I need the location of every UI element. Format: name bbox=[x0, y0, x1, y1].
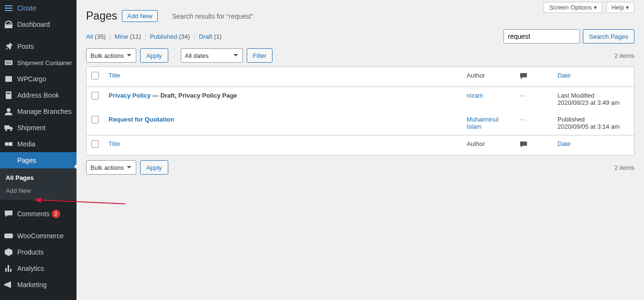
sidebar-item-posts[interactable]: Posts bbox=[0, 38, 76, 55]
woo-icon bbox=[4, 231, 13, 241]
comments-icon[interactable] bbox=[519, 140, 528, 149]
filter-draft[interactable]: Draft bbox=[199, 33, 212, 40]
date-value: 2020/09/05 at 3:14 am bbox=[557, 123, 620, 130]
sidebar-item-label: Shipment bbox=[17, 124, 45, 132]
page-title-link[interactable]: Privacy Policy bbox=[109, 92, 151, 99]
select-all-checkbox-top[interactable] bbox=[91, 72, 99, 79]
apply-button-top[interactable]: Apply bbox=[140, 48, 168, 63]
sidebar-item-analytics[interactable]: Analytics bbox=[0, 260, 76, 277]
svg-point-7 bbox=[5, 142, 9, 146]
media-icon bbox=[4, 139, 13, 149]
select-row-checkbox[interactable] bbox=[91, 116, 99, 123]
column-author: Author bbox=[467, 72, 485, 79]
sidebar-item-label: Closte bbox=[17, 4, 36, 12]
user-icon bbox=[4, 107, 13, 116]
svg-rect-0 bbox=[5, 60, 12, 65]
select-all-checkbox-bottom[interactable] bbox=[91, 140, 99, 148]
comments-count: — bbox=[519, 116, 525, 123]
sidebar-submenu-pages: All Pages Add New bbox=[0, 168, 76, 200]
dashboard-icon bbox=[4, 20, 13, 29]
sidebar-item-label: Pages bbox=[17, 156, 36, 164]
sidebar-item-label: Products bbox=[17, 248, 44, 256]
page-title: Pages bbox=[86, 10, 117, 22]
column-title[interactable]: Title bbox=[109, 140, 120, 147]
select-row-checkbox[interactable] bbox=[91, 92, 99, 100]
sidebar-item-label: WooCommerce bbox=[17, 232, 64, 240]
sidebar-item-closte[interactable]: Closte bbox=[0, 0, 76, 16]
svg-point-6 bbox=[10, 129, 12, 131]
sidebar-item-label: Manage Branches bbox=[17, 108, 72, 115]
sidebar-item-label: Analytics bbox=[17, 265, 44, 272]
sidebar-item-marketing[interactable]: Marketing bbox=[0, 277, 76, 293]
container-icon bbox=[4, 58, 13, 67]
admin-sidebar: Closte Dashboard Posts Shipment Containe… bbox=[0, 0, 76, 300]
comments-count: — bbox=[519, 92, 525, 99]
page-icon bbox=[4, 156, 13, 165]
sidebar-item-wpcargo[interactable]: WPCargo bbox=[0, 71, 76, 87]
sidebar-item-label: Dashboard bbox=[17, 21, 50, 28]
svg-rect-2 bbox=[6, 91, 11, 99]
apply-button-bottom[interactable]: Apply bbox=[140, 160, 168, 175]
sidebar-item-label: Posts bbox=[17, 43, 34, 50]
comment-icon bbox=[4, 209, 13, 219]
sidebar-item-media[interactable]: Media bbox=[0, 136, 76, 152]
column-date[interactable]: Date bbox=[557, 140, 570, 147]
chart-icon bbox=[4, 264, 13, 273]
svg-rect-3 bbox=[7, 93, 11, 94]
search-input[interactable] bbox=[503, 29, 580, 44]
help-button[interactable]: Help ▾ bbox=[606, 2, 634, 13]
sidebar-subitem-add-new[interactable]: Add New bbox=[0, 184, 76, 197]
sidebar-item-address-book[interactable]: Address Book bbox=[0, 87, 76, 103]
sidebar-item-manage-branches[interactable]: Manage Branches bbox=[0, 103, 76, 120]
sidebar-item-label: Comments bbox=[17, 210, 50, 218]
author-link[interactable]: Muhaiminul Islam bbox=[467, 116, 498, 130]
sidebar-item-label: Shipment Container bbox=[17, 59, 72, 67]
post-state: — Draft, Privacy Policy Page bbox=[151, 92, 237, 99]
column-date[interactable]: Date bbox=[557, 72, 570, 79]
date-filter-select[interactable]: All dates bbox=[181, 48, 243, 63]
box-icon bbox=[4, 74, 13, 84]
filter-all[interactable]: All bbox=[86, 33, 93, 40]
add-new-button[interactable]: Add New bbox=[122, 10, 158, 22]
svg-point-5 bbox=[5, 129, 7, 131]
svg-rect-8 bbox=[4, 233, 13, 238]
date-value: 2020/08/23 at 3:49 am bbox=[557, 99, 620, 106]
screen-meta-links: Screen Options ▾ Help ▾ bbox=[544, 2, 634, 13]
page-title-link[interactable]: Request for Quotation bbox=[109, 116, 174, 123]
filter-button[interactable]: Filter bbox=[247, 48, 273, 63]
post-status-filters: All (35) | Mine (11) | Published (34) | … bbox=[86, 33, 222, 40]
screen-options-button[interactable]: Screen Options ▾ bbox=[544, 2, 602, 13]
sidebar-item-shipment-container[interactable]: Shipment Container bbox=[0, 55, 76, 71]
sidebar-item-comments[interactable]: Comments 2 bbox=[0, 206, 76, 222]
main-content: Screen Options ▾ Help ▾ Pages Add New Se… bbox=[76, 0, 644, 300]
sidebar-item-shipment[interactable]: Shipment bbox=[0, 120, 76, 136]
bulk-actions-select-bottom[interactable]: Bulk actions bbox=[86, 160, 136, 175]
sidebar-item-pages[interactable]: Pages bbox=[0, 152, 76, 168]
table-row: Request for Quotation Muhaiminul Islam —… bbox=[87, 111, 634, 135]
search-pages-button[interactable]: Search Pages bbox=[583, 29, 634, 44]
sidebar-item-products[interactable]: Products bbox=[0, 244, 76, 260]
bulk-actions-select-top[interactable]: Bulk actions bbox=[86, 48, 136, 63]
date-status: Last Modified bbox=[557, 92, 594, 99]
sidebar-item-label: WPCargo bbox=[17, 75, 46, 83]
sidebar-subitem-all-pages[interactable]: All Pages bbox=[0, 171, 76, 184]
filter-published[interactable]: Published bbox=[150, 33, 177, 40]
pin-icon bbox=[4, 42, 13, 51]
sidebar-item-woocommerce[interactable]: WooCommerce bbox=[0, 228, 76, 244]
sidebar-item-label: Media bbox=[17, 140, 35, 148]
megaphone-icon bbox=[4, 280, 13, 289]
filter-mine[interactable]: Mine bbox=[115, 33, 128, 40]
date-status: Published bbox=[557, 116, 585, 123]
svg-rect-1 bbox=[5, 76, 12, 82]
table-row: Privacy Policy — Draft, Privacy Policy P… bbox=[87, 87, 634, 111]
sidebar-item-label: Marketing bbox=[17, 281, 46, 289]
author-link[interactable]: nizam bbox=[467, 92, 483, 99]
book-icon bbox=[4, 90, 13, 100]
column-author: Author bbox=[467, 140, 485, 147]
pages-table: Title Author Date Privacy Policy — Draft… bbox=[86, 67, 634, 156]
sidebar-item-dashboard[interactable]: Dashboard bbox=[0, 16, 76, 33]
column-title[interactable]: Title bbox=[109, 72, 120, 79]
comments-icon[interactable] bbox=[519, 72, 528, 80]
comments-count-badge: 2 bbox=[52, 210, 60, 218]
truck-icon bbox=[4, 123, 13, 133]
